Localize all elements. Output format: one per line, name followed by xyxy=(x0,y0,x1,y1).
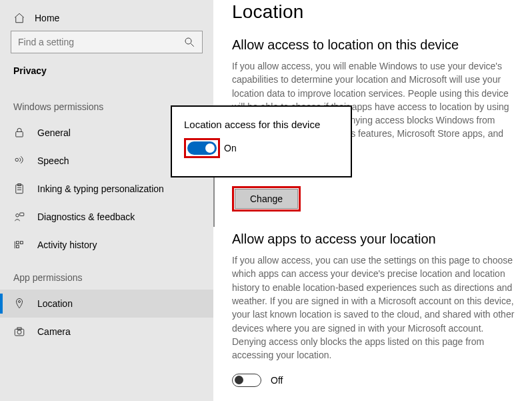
location-icon xyxy=(13,298,25,310)
lock-icon xyxy=(13,127,25,139)
svg-rect-11 xyxy=(17,242,19,244)
sidebar-item-label: Activity history xyxy=(37,240,97,250)
section-app-permissions: App permissions xyxy=(0,259,213,290)
sidebar-item-label: Speech xyxy=(37,155,69,166)
toggle-highlight xyxy=(184,138,220,158)
search-input[interactable] xyxy=(11,31,203,53)
sidebar: Home Privacy Windows permissions General… xyxy=(0,0,213,401)
search-icon xyxy=(183,36,195,48)
subhead-device-access: Allow access to location on this device xyxy=(232,37,517,53)
clipboard-icon xyxy=(13,183,25,195)
change-button[interactable]: Change xyxy=(235,189,298,209)
camera-icon xyxy=(13,326,25,338)
device-location-toggle[interactable] xyxy=(187,141,217,155)
main-content: Location Allow access to location on thi… xyxy=(213,0,532,401)
svg-point-0 xyxy=(185,38,191,44)
sidebar-item-label: General xyxy=(37,127,71,138)
toggle-label-off: Off xyxy=(271,375,283,386)
sidebar-item-label: Camera xyxy=(37,326,71,337)
svg-rect-12 xyxy=(17,246,19,248)
sidebar-item-label: Diagnostics & feedback xyxy=(37,212,135,222)
sidebar-item-label: Location xyxy=(37,298,73,309)
toggle-label-on: On xyxy=(224,143,237,153)
popup-title: Location access for this device xyxy=(184,119,339,130)
svg-point-3 xyxy=(15,158,19,161)
home-label: Home xyxy=(35,13,59,23)
svg-line-1 xyxy=(191,43,194,47)
change-highlight: Change xyxy=(232,186,301,212)
svg-rect-9 xyxy=(20,213,24,216)
subhead-apps-access: Allow apps to access your location xyxy=(232,232,517,247)
sidebar-item-label: Inking & typing personalization xyxy=(37,183,164,194)
svg-rect-13 xyxy=(21,242,23,244)
svg-point-16 xyxy=(17,330,21,334)
location-access-popup: Location access for this device On xyxy=(171,105,352,177)
history-icon xyxy=(13,239,25,251)
home-icon xyxy=(13,12,25,24)
search-field[interactable] xyxy=(18,37,183,47)
speech-icon xyxy=(13,155,25,167)
svg-point-14 xyxy=(19,301,21,303)
apps-location-toggle[interactable] xyxy=(232,374,261,387)
sidebar-item-location[interactable]: Location xyxy=(0,290,213,318)
home-link[interactable]: Home xyxy=(0,7,213,31)
sidebar-item-camera[interactable]: Camera xyxy=(0,318,213,346)
sidebar-item-activity[interactable]: Activity history xyxy=(0,231,213,259)
body-apps-access: If you allow access, you can use the set… xyxy=(232,254,517,362)
sidebar-item-diagnostics[interactable]: Diagnostics & feedback xyxy=(0,203,213,231)
page-title: Location xyxy=(232,1,517,23)
svg-rect-2 xyxy=(16,132,23,137)
svg-point-8 xyxy=(16,214,19,218)
svg-rect-17 xyxy=(17,328,21,330)
feedback-icon xyxy=(13,211,25,223)
sidebar-item-inking[interactable]: Inking & typing personalization xyxy=(0,175,213,203)
category-label: Privacy xyxy=(0,63,213,88)
